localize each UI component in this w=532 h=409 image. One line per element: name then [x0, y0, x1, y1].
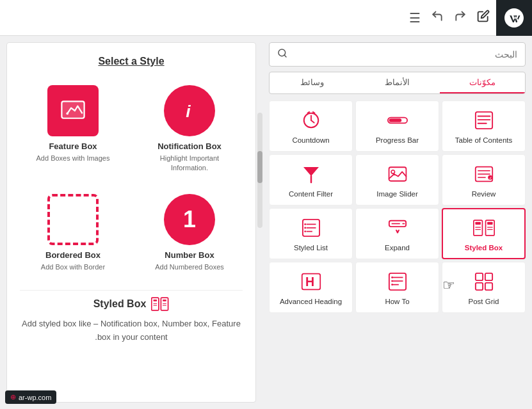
progress-bar-icon: [387, 109, 408, 132]
notification-box-desc: Highlight Important Information.: [141, 154, 238, 173]
svg-rect-60: [475, 273, 482, 280]
image-slider-label: Image Slider: [376, 189, 418, 199]
feature-box-icon: [47, 85, 99, 136]
component-expand[interactable]: Expand: [355, 208, 439, 259]
image-slider-icon: [387, 163, 408, 186]
svg-point-58: [391, 280, 393, 282]
number-box-desc: Add Numbered Boxes: [155, 262, 224, 272]
bordered-box-desc: Add Box with Border: [41, 262, 105, 272]
toolbar: ☰ ✕: [0, 0, 532, 36]
content-filter-icon: [302, 163, 320, 186]
redo-icon[interactable]: [454, 10, 467, 26]
svg-point-27: [391, 170, 394, 173]
style-item-bordered-box[interactable]: Bordered Box Add Box with Border: [20, 189, 126, 277]
undo-icon[interactable]: [431, 10, 444, 26]
how-to-icon: [388, 270, 407, 293]
search-box: [269, 42, 526, 67]
style-item-feature-box[interactable]: Feature Box Add Boxes with Images: [20, 80, 126, 179]
bordered-box-icon-wrap: [47, 194, 99, 245]
svg-text:H: H: [305, 275, 314, 289]
table-of-contents-label: Table of Contents: [455, 136, 513, 145]
svg-point-40: [304, 230, 306, 232]
number-box-title: Number Box: [165, 250, 214, 260]
left-panel: Select a Style Feature Box Add Boxes w: [6, 42, 256, 403]
style-item-number-box[interactable]: 1 Number Box Add Numbered Boxes: [136, 189, 243, 277]
progress-bar-label: Progress Bar: [376, 136, 419, 145]
content-filter-label: Content Filter: [289, 189, 333, 199]
review-label: Review: [472, 189, 496, 199]
expand-label: Expand: [385, 243, 410, 253]
svg-rect-9: [163, 300, 167, 301]
svg-rect-62: [475, 282, 482, 289]
component-content-filter[interactable]: Content Filter: [269, 154, 353, 205]
styled-box-section-desc: Add styled box like – Notification box, …: [20, 317, 243, 344]
svg-text:✓: ✓: [488, 175, 491, 179]
styled-box-section: Styled Box Add styled box like – Notific…: [20, 290, 243, 344]
review-icon: ✓: [474, 163, 494, 186]
watermark-url: ar-wp.com: [19, 394, 51, 401]
styled-list-icon: [302, 216, 320, 239]
number-box-icon: 1: [164, 194, 215, 245]
styled-box-icon: [473, 216, 495, 239]
component-table-of-contents[interactable]: Table of Contents: [442, 100, 526, 152]
post-grid-label: Post Grid: [469, 297, 499, 307]
notification-box-title: Notification Box: [157, 141, 222, 151]
align-icon[interactable]: ☰: [409, 10, 421, 26]
component-progress-bar[interactable]: Progress Bar: [355, 100, 439, 152]
right-panel: وسائط الأنماط مكوّنات Countdown: [265, 36, 532, 409]
svg-rect-48: [487, 221, 493, 224]
svg-point-38: [304, 223, 306, 225]
expand-icon: [388, 216, 407, 239]
svg-point-57: [391, 277, 393, 278]
component-advanced-heading[interactable]: H Advanced Heading: [269, 262, 353, 313]
styled-list-label: Styled List: [294, 243, 328, 253]
styled-box-mini-icon: [151, 297, 169, 311]
component-styled-box[interactable]: Styled Box: [442, 208, 526, 259]
feature-box-icon-wrap: [47, 85, 99, 136]
svg-rect-63: [485, 282, 492, 289]
how-to-label: How To: [385, 297, 409, 307]
search-icon: [277, 48, 287, 61]
styled-box-section-title: Styled Box: [93, 298, 147, 310]
pencil-icon[interactable]: [477, 10, 490, 26]
svg-rect-5: [154, 300, 157, 301]
components-grid: Countdown Progress Bar: [269, 100, 526, 403]
component-styled-list[interactable]: Styled List: [269, 208, 353, 259]
svg-line-16: [311, 120, 314, 123]
scrollbar-track[interactable]: [257, 113, 262, 228]
component-countdown[interactable]: Countdown: [269, 100, 353, 152]
style-item-notification-box[interactable]: i Notification Box Highlight Important I…: [136, 80, 243, 179]
svg-rect-44: [475, 221, 481, 224]
notification-box-icon-wrap: i: [164, 85, 215, 136]
style-grid: Feature Box Add Boxes with Images i Noti…: [20, 80, 243, 277]
svg-text:i: i: [186, 102, 191, 121]
watermark: ⊕ ar-wp.com: [5, 390, 56, 404]
svg-line-13: [284, 55, 286, 57]
countdown-label: Countdown: [292, 136, 329, 145]
advanced-heading-icon: H: [301, 270, 321, 293]
feature-box-desc: Add Boxes with Images: [36, 154, 110, 163]
component-review[interactable]: ✓ Review: [442, 154, 526, 205]
notification-box-icon: i: [164, 85, 215, 136]
wp-logo-area: [496, 0, 532, 36]
main-content: Select a Style Feature Box Add Boxes w: [0, 36, 532, 409]
table-of-contents-icon: [474, 109, 494, 132]
component-how-to[interactable]: How To: [355, 262, 439, 313]
styled-box-header: Styled Box: [93, 297, 170, 311]
svg-point-39: [304, 227, 306, 229]
tabs: وسائط الأنماط مكوّنات: [269, 72, 526, 94]
search-input[interactable]: [294, 49, 517, 60]
bordered-box-icon: [47, 194, 99, 245]
feature-box-title: Feature Box: [49, 141, 97, 151]
tab-media[interactable]: وسائط: [270, 72, 355, 93]
tab-components[interactable]: مكوّنات: [440, 72, 525, 93]
styled-box-label: Styled Box: [465, 243, 503, 253]
component-image-slider[interactable]: Image Slider: [355, 154, 439, 205]
advanced-heading-label: Advanced Heading: [280, 297, 342, 307]
scrollbar-thumb[interactable]: [257, 151, 262, 183]
bordered-box-title: Bordered Box: [45, 250, 101, 260]
component-post-grid[interactable]: Post Grid: [442, 262, 526, 313]
number-box-icon-wrap: 1: [164, 194, 215, 245]
svg-point-59: [391, 284, 393, 285]
tab-patterns[interactable]: الأنماط: [355, 72, 440, 93]
